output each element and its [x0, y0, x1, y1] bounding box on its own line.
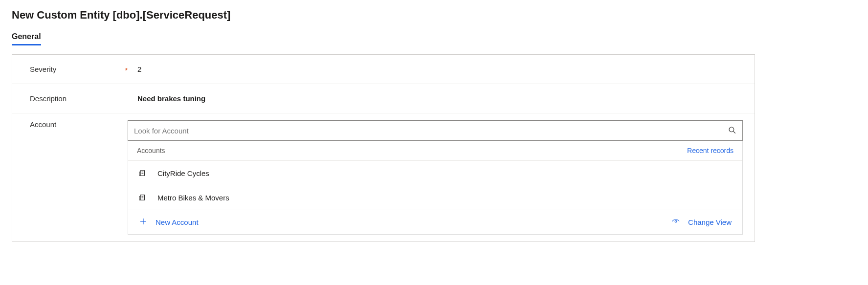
field-label-description: Description — [30, 94, 128, 103]
lookup-wrap: Accounts Recent records — [128, 120, 743, 235]
new-account-action[interactable]: New Account — [139, 217, 199, 227]
label-text: Description — [30, 94, 67, 103]
lookup-option[interactable]: Metro Bikes & Movers — [128, 185, 742, 210]
account-lookup-dropdown: Accounts Recent records — [128, 141, 743, 235]
tab-bar: General — [12, 32, 868, 45]
page-title: New Custom Entity [dbo].[ServiceRequest] — [12, 9, 868, 22]
field-row-severity: Severity * 2 — [12, 55, 755, 84]
svg-point-10 — [675, 220, 677, 222]
search-icon[interactable] — [728, 126, 736, 136]
change-view-icon — [671, 217, 680, 227]
change-view-action[interactable]: Change View — [671, 217, 732, 227]
svg-rect-5 — [140, 195, 144, 200]
svg-rect-2 — [140, 171, 144, 176]
field-label-severity: Severity * — [30, 65, 128, 73]
dropdown-list: CityRide Cycles Metro Bikes & Movers — [128, 161, 742, 210]
label-text: Severity — [30, 65, 56, 73]
svg-line-1 — [734, 131, 735, 133]
account-lookup-input-box[interactable] — [128, 120, 743, 141]
dropdown-section-label: Accounts — [137, 147, 165, 154]
plus-icon — [139, 217, 148, 227]
field-row-account: Account Accounts Recent records — [12, 113, 755, 241]
new-account-label: New Account — [156, 218, 199, 226]
form-panel: Severity * 2 Description Need brakes tun… — [12, 54, 755, 242]
label-text: Account — [30, 120, 56, 129]
dropdown-footer: New Account Change View — [128, 210, 742, 234]
lookup-option[interactable]: CityRide Cycles — [128, 161, 742, 185]
account-entity-icon — [138, 193, 147, 202]
svg-point-0 — [729, 127, 734, 132]
account-entity-icon — [138, 169, 147, 177]
lookup-option-label: Metro Bikes & Movers — [157, 194, 229, 202]
required-indicator: * — [125, 66, 128, 74]
field-label-account: Account — [30, 120, 128, 129]
field-value-severity[interactable]: 2 — [128, 65, 743, 73]
change-view-label: Change View — [688, 218, 732, 226]
field-row-description: Description Need brakes tuning — [12, 84, 755, 113]
recent-records-link[interactable]: Recent records — [687, 147, 734, 154]
dropdown-header: Accounts Recent records — [128, 141, 742, 161]
lookup-option-label: CityRide Cycles — [157, 169, 209, 177]
field-value-description[interactable]: Need brakes tuning — [128, 94, 743, 103]
tab-general[interactable]: General — [12, 32, 41, 45]
account-lookup-input[interactable] — [134, 127, 728, 135]
